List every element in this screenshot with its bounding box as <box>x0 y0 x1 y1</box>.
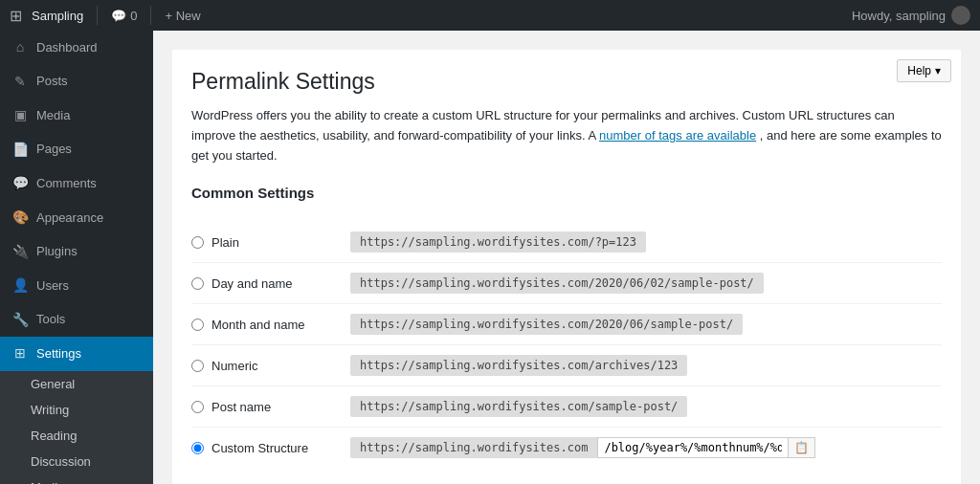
comments-nav-icon: 💬 <box>11 174 29 193</box>
separator <box>97 6 98 25</box>
chevron-down-icon: ▾ <box>935 64 941 77</box>
clipboard-icon: 📋 <box>794 441 809 454</box>
site-icon: ⊞ <box>10 7 22 25</box>
permalink-plain-url: https://sampling.wordifysites.com/?p=123 <box>350 231 646 253</box>
permalink-row-custom: Custom Structure https://sampling.wordif… <box>191 427 942 468</box>
sidebar-item-plugins[interactable]: 🔌 Plugins <box>0 235 153 270</box>
section-title: Common Settings <box>191 185 942 207</box>
sidebar-item-tools[interactable]: 🔧 Tools <box>0 303 153 338</box>
submenu-general[interactable]: General <box>0 371 153 397</box>
permalink-month-name-label[interactable]: Month and name <box>191 318 335 332</box>
permalink-numeric-label[interactable]: Numeric <box>191 359 335 373</box>
new-link[interactable]: + New <box>165 9 200 23</box>
permalink-day-name-label[interactable]: Day and name <box>191 276 335 291</box>
sidebar-item-appearance[interactable]: 🎨 Appearance <box>0 201 153 235</box>
permalink-row-post-name: Post name https://sampling.wordifysites.… <box>191 385 942 427</box>
permalink-row-plain: Plain https://sampling.wordifysites.com/… <box>191 222 942 262</box>
pages-icon: 📄 <box>11 141 29 160</box>
howdy-menu[interactable]: Howdy, sampling <box>852 6 970 25</box>
permalink-post-name-radio[interactable] <box>191 401 204 413</box>
submenu-discussion[interactable]: Discussion <box>0 449 153 474</box>
media-icon: ▣ <box>11 106 29 125</box>
submenu-media-settings[interactable]: Media <box>0 474 153 484</box>
help-button[interactable]: Help ▾ <box>897 59 951 82</box>
settings-submenu: General Writing Reading Discussion Media <box>0 371 153 484</box>
plugins-icon: 🔌 <box>11 243 29 262</box>
custom-url-input[interactable] <box>597 437 789 458</box>
users-icon: 👤 <box>11 276 29 296</box>
sidebar-item-media[interactable]: ▣ Media <box>0 99 153 133</box>
permalink-numeric-radio[interactable] <box>191 360 204 372</box>
permalink-month-name-radio[interactable] <box>191 319 204 331</box>
sidebar-item-pages[interactable]: 📄 Pages <box>0 133 153 167</box>
comments-link[interactable]: 💬 0 <box>111 9 137 23</box>
comments-icon: 💬 <box>111 9 126 23</box>
main-content: Help ▾ Permalink Settings WordPress offe… <box>153 31 980 484</box>
submenu-reading[interactable]: Reading <box>0 423 153 449</box>
custom-url-base: https://sampling.wordifysites.com <box>350 437 597 458</box>
permalink-numeric-url: https://sampling.wordifysites.com/archiv… <box>350 355 687 376</box>
page-title: Permalink Settings <box>191 69 942 95</box>
permalink-day-name-url: https://sampling.wordifysites.com/2020/0… <box>350 273 764 294</box>
permalink-custom-label[interactable]: Custom Structure <box>191 441 335 455</box>
permalink-day-name-radio[interactable] <box>191 277 204 290</box>
permalink-options: Plain https://sampling.wordifysites.com/… <box>191 222 942 468</box>
admin-bar: ⊞ Sampling 💬 0 + New Howdy, sampling <box>0 0 980 31</box>
permalink-plain-label[interactable]: Plain <box>191 235 335 250</box>
permalink-month-name-url: https://sampling.wordifysites.com/2020/0… <box>350 314 743 335</box>
sidebar-item-posts[interactable]: ✎ Posts <box>0 65 153 99</box>
custom-structure-input-row: https://sampling.wordifysites.com 📋 <box>350 437 815 458</box>
avatar <box>951 6 970 25</box>
content-wrap: Help ▾ Permalink Settings WordPress offe… <box>172 50 961 484</box>
site-name[interactable]: Sampling <box>32 9 83 23</box>
submenu-writing[interactable]: Writing <box>0 397 153 423</box>
permalink-plain-radio[interactable] <box>191 236 204 249</box>
permalink-row-month-name: Month and name https://sampling.wordifys… <box>191 303 942 344</box>
sidebar-item-comments[interactable]: 💬 Comments <box>0 166 153 201</box>
admin-menu: ⌂ Dashboard ✎ Posts ▣ Media 📄 Pages 💬 Co… <box>0 31 153 484</box>
permalink-row-day-name: Day and name https://sampling.wordifysit… <box>191 262 942 303</box>
permalink-custom-radio[interactable] <box>191 442 204 454</box>
dashboard-icon: ⌂ <box>11 38 29 57</box>
tools-icon: 🔧 <box>11 311 29 330</box>
posts-icon: ✎ <box>11 73 29 92</box>
permalink-row-numeric: Numeric https://sampling.wordifysites.co… <box>191 344 942 385</box>
page-description: WordPress offers you the ability to crea… <box>191 106 942 165</box>
tags-link[interactable]: number of tags are available <box>599 128 756 143</box>
custom-url-copy-button[interactable]: 📋 <box>789 437 815 458</box>
settings-icon: ⊞ <box>11 344 29 363</box>
sidebar-item-dashboard[interactable]: ⌂ Dashboard <box>0 31 153 65</box>
appearance-icon: 🎨 <box>11 209 29 228</box>
sidebar-item-settings[interactable]: ⊞ Settings <box>0 337 153 371</box>
separator-2 <box>150 6 151 25</box>
permalink-post-name-url: https://sampling.wordifysites.com/sample… <box>350 396 687 417</box>
permalink-post-name-label[interactable]: Post name <box>191 400 335 414</box>
sidebar-item-users[interactable]: 👤 Users <box>0 269 153 303</box>
